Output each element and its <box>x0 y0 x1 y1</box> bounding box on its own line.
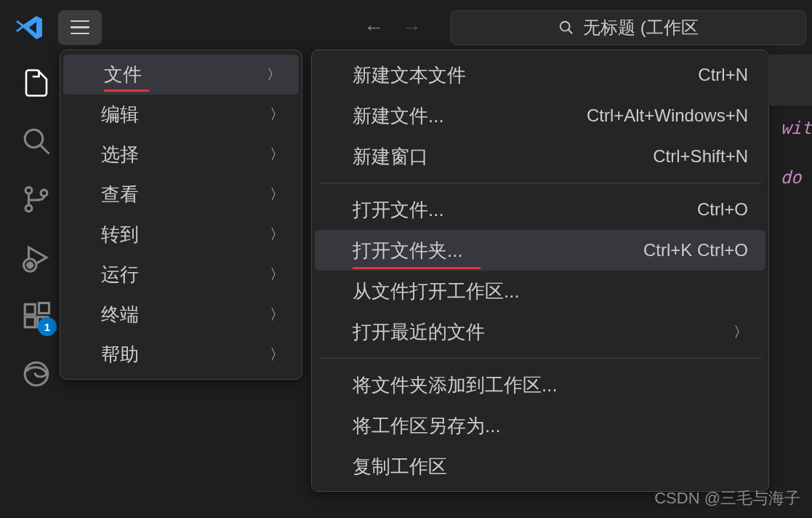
keyboard-shortcut: Ctrl+O <box>697 199 748 220</box>
annotation-underline <box>353 267 481 269</box>
svg-rect-9 <box>25 304 35 314</box>
menu-selection[interactable]: 选择 〉 <box>60 135 302 175</box>
chevron-right-icon: 〉 <box>270 265 284 284</box>
nav-back-icon[interactable]: ← <box>363 16 384 39</box>
menu-go[interactable]: 转到 〉 <box>60 215 302 255</box>
submenu-label: 打开文件... <box>353 197 444 223</box>
duplicate-workspace[interactable]: 复制工作区 <box>312 446 768 487</box>
new-window[interactable]: 新建窗口 Ctrl+Shift+N <box>312 136 768 177</box>
edge-tab[interactable] <box>19 356 54 391</box>
chevron-right-icon: 〉 <box>270 345 284 364</box>
hamburger-menu-button[interactable] <box>58 10 102 45</box>
debug-tab[interactable] <box>19 240 54 275</box>
menu-item-label: 运行 <box>101 262 139 287</box>
source-control-tab[interactable] <box>19 182 54 217</box>
submenu-label: 将工作区另存为... <box>353 413 501 439</box>
code-keyword: do <box>781 167 812 188</box>
new-text-file[interactable]: 新建文本文件 Ctrl+N <box>312 55 768 95</box>
menu-item-label: 文件 <box>104 62 142 87</box>
menu-item-label: 查看 <box>101 182 139 207</box>
svg-rect-12 <box>39 303 49 314</box>
command-center[interactable]: 无标题 (工作区 <box>451 10 806 45</box>
files-icon <box>21 68 52 98</box>
svg-point-5 <box>25 205 32 212</box>
svg-line-1 <box>568 29 573 33</box>
submenu-label: 复制工作区 <box>353 454 447 479</box>
main-menu-dropdown: 文件 〉 编辑 〉 选择 〉 查看 〉 转到 〉 运行 〉 终端 〉 帮助 〉 <box>60 49 302 380</box>
chevron-right-icon: 〉 <box>270 225 284 244</box>
save-workspace-as[interactable]: 将工作区另存为... <box>312 405 768 446</box>
keyboard-shortcut: Ctrl+Shift+N <box>653 146 748 167</box>
file-submenu: 新建文本文件 Ctrl+N 新建文件... Ctrl+Alt+Windows+N… <box>311 49 769 492</box>
extensions-tab[interactable]: 1 <box>19 298 54 333</box>
nav-forward-icon[interactable]: → <box>401 16 422 39</box>
add-folder-to-workspace[interactable]: 将文件夹添加到工作区... <box>312 364 768 405</box>
menu-file[interactable]: 文件 〉 <box>63 55 299 95</box>
submenu-label: 打开最近的文件 <box>353 319 485 345</box>
menu-edit[interactable]: 编辑 〉 <box>60 95 302 135</box>
submenu-label: 打开文件夹... <box>353 238 463 263</box>
explorer-tab[interactable] <box>19 65 54 100</box>
menu-divider <box>319 183 761 183</box>
open-workspace-from-file[interactable]: 从文件打开工作区... <box>312 271 768 311</box>
code-keyword: wit <box>781 118 812 138</box>
edge-icon <box>21 359 52 389</box>
chevron-right-icon: 〉 <box>733 322 748 342</box>
chevron-right-icon: 〉 <box>267 65 281 84</box>
open-folder[interactable]: 打开文件夹... Ctrl+K Ctrl+O <box>315 230 765 271</box>
submenu-label: 新建文本文件 <box>353 63 466 88</box>
chevron-right-icon: 〉 <box>270 305 284 324</box>
menu-item-label: 编辑 <box>101 102 139 127</box>
open-recent[interactable]: 打开最近的文件 〉 <box>312 311 768 352</box>
menu-divider <box>319 358 761 359</box>
chevron-right-icon: 〉 <box>270 105 284 124</box>
keyboard-shortcut: Ctrl+Alt+Windows+N <box>587 105 748 126</box>
svg-line-3 <box>40 145 49 154</box>
open-file[interactable]: 打开文件... Ctrl+O <box>312 189 768 230</box>
svg-point-4 <box>25 187 32 194</box>
search-text: 无标题 (工作区 <box>583 16 699 39</box>
search-icon <box>21 126 52 156</box>
annotation-underline <box>104 89 149 92</box>
submenu-label: 从文件打开工作区... <box>353 279 520 304</box>
chevron-right-icon: 〉 <box>270 145 284 164</box>
new-file[interactable]: 新建文件... Ctrl+Alt+Windows+N <box>312 95 768 136</box>
svg-point-0 <box>560 21 570 31</box>
chevron-right-icon: 〉 <box>270 185 284 204</box>
search-icon <box>558 20 574 36</box>
editor-tab-area <box>768 55 812 105</box>
titlebar: ← → 无标题 (工作区 <box>0 0 812 55</box>
submenu-label: 新建窗口 <box>353 144 428 170</box>
extensions-badge: 1 <box>38 317 57 336</box>
hamburger-icon <box>71 20 89 35</box>
svg-rect-10 <box>25 317 35 327</box>
code-preview: wit do <box>781 118 812 188</box>
keyboard-shortcut: Ctrl+K Ctrl+O <box>643 240 748 260</box>
menu-terminal[interactable]: 终端 〉 <box>60 295 302 335</box>
menu-view[interactable]: 查看 〉 <box>60 175 302 215</box>
search-tab[interactable] <box>19 124 54 159</box>
submenu-label: 将文件夹添加到工作区... <box>353 372 558 398</box>
svg-point-6 <box>41 190 47 196</box>
menu-item-label: 帮助 <box>101 342 139 367</box>
menu-help[interactable]: 帮助 〉 <box>60 335 302 375</box>
svg-point-2 <box>25 130 43 148</box>
watermark-text: CSDN @三毛与海子 <box>654 487 800 509</box>
nav-arrows: ← → <box>363 16 422 39</box>
git-branch-icon <box>21 184 52 215</box>
menu-run[interactable]: 运行 〉 <box>60 255 302 295</box>
submenu-label: 新建文件... <box>353 103 444 129</box>
menu-item-label: 转到 <box>101 222 139 247</box>
keyboard-shortcut: Ctrl+N <box>698 65 748 85</box>
menu-item-label: 终端 <box>101 302 139 327</box>
vscode-logo-icon <box>15 13 44 42</box>
debug-icon <box>21 242 52 273</box>
menu-item-label: 选择 <box>101 142 139 167</box>
